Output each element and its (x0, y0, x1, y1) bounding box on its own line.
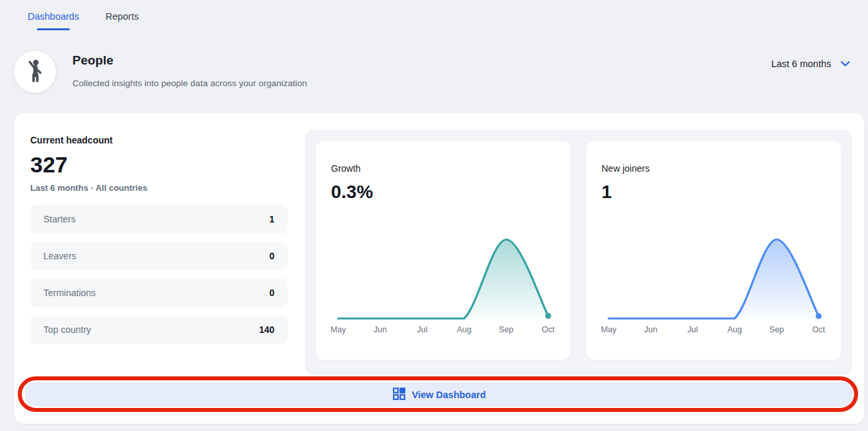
headcount-heading: Current headcount (30, 135, 288, 145)
tab-dashboards[interactable]: Dashboards (28, 11, 79, 30)
page-title: People (72, 53, 307, 68)
view-dashboard-label: View Dashboard (412, 390, 486, 400)
period-selector[interactable]: Last 6 months (771, 58, 850, 70)
stat-row-leavers: Leavers 0 (30, 241, 288, 270)
stat-row-label: Leavers (43, 251, 76, 261)
svg-text:Sep: Sep (499, 325, 513, 334)
growth-chart: MayJunJulAugSepOct (331, 229, 559, 336)
stat-row-starters: Starters 1 (30, 205, 288, 234)
svg-text:Aug: Aug (727, 325, 742, 334)
svg-text:Jun: Jun (374, 325, 387, 334)
svg-text:Jul: Jul (688, 325, 698, 334)
new-joiners-card: New joiners 1 MayJunJulAugSepOct (586, 141, 841, 360)
active-tab-underline (37, 28, 70, 30)
svg-text:Oct: Oct (812, 325, 825, 334)
view-dashboard-button[interactable]: View Dashboard (25, 382, 854, 407)
charts-panel: Growth 0.3% MayJunJulAugSepOct New joine… (305, 130, 852, 376)
stat-row-value: 0 (269, 251, 274, 261)
svg-text:Oct: Oct (542, 325, 555, 334)
page-header: People Collected insights into people da… (0, 30, 868, 93)
dashboard-grid-icon (393, 388, 405, 402)
chevron-down-icon (840, 58, 850, 70)
page-subtitle: Collected insights into people data acro… (72, 78, 307, 88)
top-tab-bar: Dashboards Reports (0, 0, 868, 30)
tab-reports-label: Reports (105, 11, 139, 22)
new-joiners-title: New joiners (601, 163, 830, 174)
headcount-caption: Last 6 months · All countries (30, 183, 288, 193)
avatar (13, 50, 57, 93)
stat-row-label: Terminations (43, 288, 95, 298)
svg-text:May: May (601, 325, 617, 334)
stat-row-top-country: Top country 140 (30, 315, 288, 344)
period-selector-value: Last 6 months (771, 59, 831, 69)
stat-row-value: 140 (259, 324, 274, 335)
stat-row-terminations: Terminations 0 (30, 278, 288, 307)
stat-row-value: 1 (269, 214, 274, 224)
stat-row-label: Starters (43, 214, 76, 224)
growth-value: 0.3% (331, 182, 559, 203)
svg-text:May: May (331, 325, 347, 334)
svg-text:Sep: Sep (769, 325, 784, 334)
person-waving-icon (22, 57, 48, 86)
growth-card: Growth 0.3% MayJunJulAugSepOct (316, 141, 571, 360)
stat-row-list: Starters 1 Leavers 0 Terminations 0 Top … (30, 205, 288, 344)
stat-row-label: Top country (43, 324, 91, 335)
tab-dashboards-label: Dashboards (28, 11, 79, 22)
people-dashboard-card: Current headcount 327 Last 6 months · Al… (14, 113, 864, 424)
new-joiners-value: 1 (601, 182, 830, 203)
stat-row-value: 0 (269, 288, 274, 298)
headcount-value: 327 (30, 152, 288, 178)
svg-text:Jun: Jun (644, 325, 657, 334)
svg-text:Jul: Jul (417, 325, 428, 334)
growth-title: Growth (331, 163, 559, 174)
headcount-section: Current headcount 327 Last 6 months · Al… (30, 130, 288, 376)
tab-reports[interactable]: Reports (105, 11, 139, 30)
new-joiners-chart: MayJunJulAugSepOct (601, 229, 830, 336)
svg-text:Aug: Aug (457, 325, 471, 334)
